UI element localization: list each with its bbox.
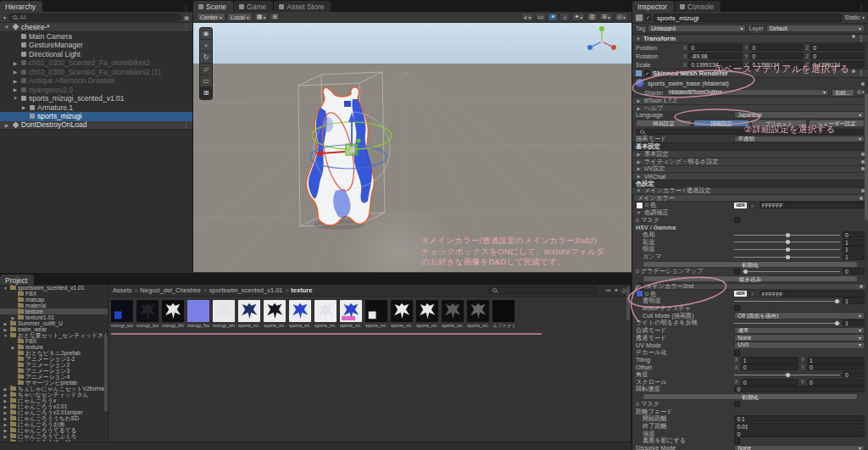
foldout-arrow-icon[interactable]: ▶ [3,321,8,326]
handle-space-button[interactable]: Local▾ [227,13,253,21]
inspector-scrollbar[interactable] [865,93,868,220]
asset-thumb[interactable]: sports_mi... [314,300,337,329]
filter-icon[interactable]: ≔ [605,287,611,294]
transform-value-field[interactable]: 0 [749,44,804,51]
tab-inspector[interactable]: Inspector [632,1,674,12]
gameobject-name-field[interactable]: sports_mizugi [654,14,842,22]
project-search-input[interactable] [488,286,598,294]
foldout-arrow-icon[interactable]: ▶ [3,410,8,415]
hierarchy-item[interactable]: ▶Antique Afternoon Dresses [0,76,192,86]
foldout-arrow-icon[interactable]: ▶ [3,392,8,397]
eyedropper-icon[interactable]: ∕ [749,291,757,297]
slider-knob[interactable] [786,240,790,244]
project-tree-scrollbar[interactable] [104,336,108,412]
inspector-foldout[interactable]: ▶UV設定 [632,165,868,173]
slider-track[interactable] [734,235,840,236]
foldout-arrow-icon[interactable]: ▶ [12,69,19,75]
transform-value-field[interactable]: 0.1399134 [688,61,743,68]
dropdown[interactable]: None▾ [734,334,865,342]
hierarchy-item[interactable]: ▼sports_mizugi_scented_v1.01 [0,94,192,103]
foldout-arrow-icon[interactable]: ▶ [10,345,16,350]
vector-value-field[interactable]: 1 [741,357,798,364]
scene-viewport[interactable]: ◉ ＋ ↻ ▱ ▭ ⊞ [193,23,632,272]
asset-thumb[interactable]: sports_mi... [264,300,286,329]
slider-knob[interactable] [835,321,839,325]
foldout-arrow-icon[interactable]: ▼ [3,25,10,30]
value-field[interactable]: 0.01 [734,423,865,430]
rotate-tool-icon[interactable]: ↻ [200,52,212,64]
color-hex-field[interactable]: FFFFFF [760,291,865,297]
project-folder[interactable]: matcap [0,297,108,303]
draw-mode-button[interactable]: ◐▾ [521,13,533,21]
hidden-objects-button[interactable]: ▥ [587,13,598,21]
asset-thumb[interactable]: sports_mi... [391,300,413,329]
project-folder[interactable]: ▶texture1.01 [0,314,108,320]
audio-toggle-button[interactable]: ♪ [559,13,570,21]
subsection-checkbox[interactable]: ✓ [637,283,643,289]
foldout-arrow-icon[interactable]: ▼ [3,333,8,338]
dropdown[interactable]: Off (両面を描画)▾ [734,312,865,319]
tab-scene[interactable]: Scene [193,1,233,12]
slider-knob[interactable] [786,373,790,377]
hierarchy-item[interactable]: GestureManager [0,41,192,50]
hierarchy-item[interactable]: Main Camera [0,32,192,42]
slider-knob[interactable] [786,233,790,237]
foldout-arrow-icon[interactable]: ▶ [3,398,8,403]
dropdown[interactable]: UV0▾ [734,342,865,349]
transform-value-field[interactable]: 0.1399134 [749,61,804,68]
slider-value-field[interactable]: 0 [843,371,865,378]
gear-icon[interactable] [852,35,855,38]
asset-thumb[interactable]: sports_mi... [416,300,438,329]
tab-console[interactable]: Console [675,1,721,12]
slider-track[interactable] [743,271,840,272]
asset-thumb[interactable]: sports_mi... [340,300,362,329]
move-tool-icon[interactable]: ＋ [200,40,212,52]
smr-enabled-checkbox[interactable]: ✓ [644,70,650,76]
scene-menu-icon[interactable]: ⋮ [182,121,192,129]
asset-thumb[interactable]: sports_mi... [365,300,387,329]
gizmos-button[interactable]: ◎▾ [615,13,628,21]
project-grid-scrollbar[interactable] [626,286,630,320]
favorite-icon[interactable]: ✦ [614,287,619,294]
slider-track[interactable] [734,257,840,258]
project-folder[interactable]: FBX [0,291,108,297]
hierarchy-item[interactable]: ▶DontDestroyOnLoad⋮ [0,121,192,131]
hierarchy-item[interactable]: ▶ch02_0300_Scented_Fa_otonabikini2 [0,58,192,68]
transform-value-field[interactable]: -89.98 [688,53,743,59]
skinned-mesh-renderer-header[interactable]: ✓ Skinned Mesh Renderer ⋮ [632,69,868,78]
project-folder[interactable]: ▼sportswim_scented_v1.01 [0,285,108,291]
asset-thumb[interactable]: sports_mi... [238,300,260,329]
hierarchy-item[interactable]: sports_mizugi [0,112,192,121]
inspector-foldout[interactable]: ▶ヘルプ [632,104,868,112]
foldout-arrow-icon[interactable]: ▶ [12,60,19,66]
foldout-arrow-icon[interactable]: ▼ [12,96,19,101]
foldout-arrow-icon[interactable]: ▶ [3,428,8,433]
transform-value-field[interactable]: 0 [810,53,865,59]
asset-thumb[interactable]: mizugi_shiro [213,300,235,329]
dropdown[interactable]: 通常▾ [734,327,865,335]
value-field[interactable]: 0 [734,386,865,392]
shader-edit-button[interactable]: Edit... [832,89,854,97]
snap-increment-button[interactable]: ⊞ [270,13,280,21]
vector-value-field[interactable]: 0 [741,364,798,370]
breadcrumb-item[interactable]: texture [291,286,312,294]
transform-header[interactable]: ▼ Transform ⋮ [632,34,868,43]
hierarchy-item[interactable]: ▶Armature.1 [0,103,192,113]
asset-thumb[interactable]: mizugi_Mix... [162,300,184,329]
slider-track[interactable] [734,242,840,242]
mode-tab-1[interactable]: 詳細設定 [693,119,749,127]
layer-dropdown[interactable]: Default▾ [766,25,865,32]
project-folder[interactable]: material [0,303,108,308]
foldout-arrow-icon[interactable]: ▶ [3,434,8,439]
transform-value-field[interactable]: 0 [810,44,865,51]
asset-thumb[interactable]: mizugi_No... [187,300,209,329]
mode-tab-3[interactable]: シェーダー設定 [809,119,865,127]
foldout-arrow-icon[interactable]: ▶ [3,122,10,128]
asset-thumb[interactable]: sports_mi... [442,300,464,329]
gear-icon[interactable] [860,197,863,200]
slider-checkbox[interactable] [734,269,740,275]
slider-value-field[interactable]: 1 [843,239,865,246]
breadcrumb-item[interactable]: sportswim_scented_v1.01 [209,286,283,294]
active-checkbox[interactable]: ✓ [645,14,651,20]
dropdown[interactable]: Japanese▾ [734,111,865,119]
